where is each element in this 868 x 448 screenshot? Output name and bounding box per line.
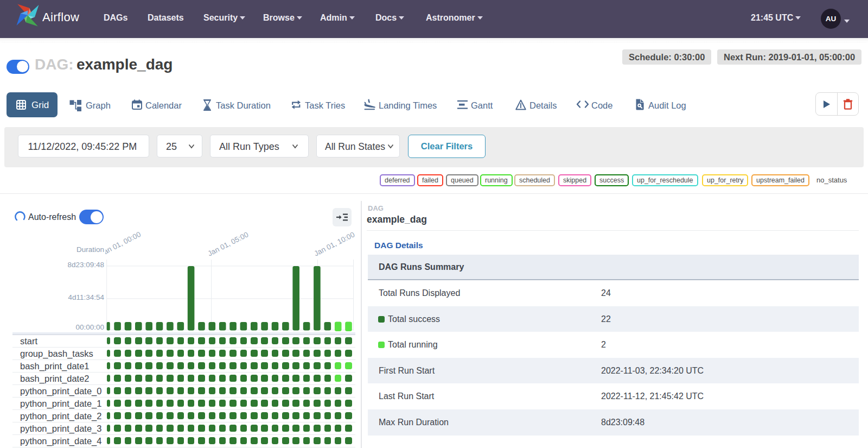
svg-text:Duration: Duration — [76, 245, 104, 254]
svg-text:Jan 01, 05:00: Jan 01, 05:00 — [207, 230, 250, 258]
svg-text:Jan 01, 10:00: Jan 01, 10:00 — [313, 230, 356, 258]
svg-text:4d11:34:54: 4d11:34:54 — [68, 293, 104, 301]
svg-text:8d23:09:48: 8d23:09:48 — [67, 261, 104, 269]
svg-text:an 01, 00:00: an 01, 00:00 — [102, 230, 142, 256]
svg-text:00:00:00: 00:00:00 — [75, 323, 104, 331]
